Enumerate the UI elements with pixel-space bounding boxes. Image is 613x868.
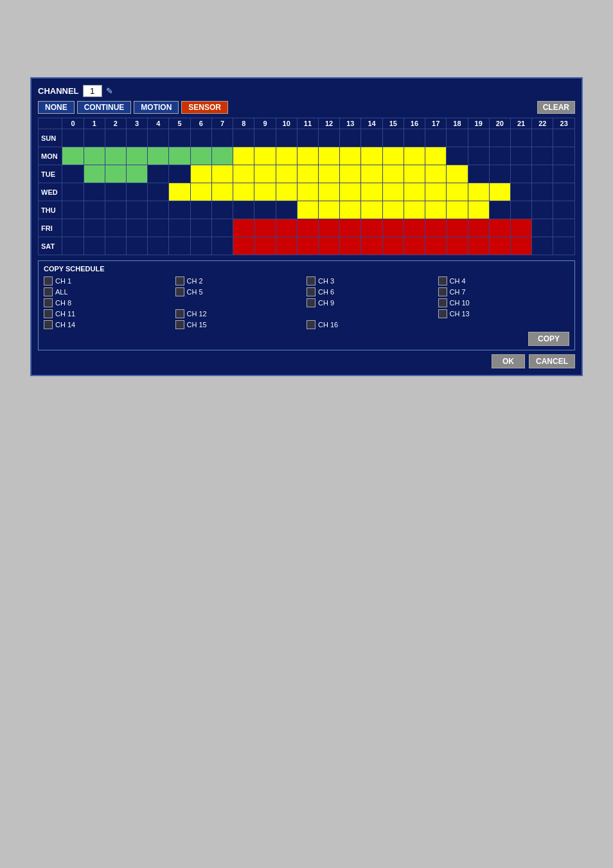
cell-wed-13[interactable]: [340, 183, 361, 201]
cell-tue-7[interactable]: [211, 165, 233, 183]
cell-sun-16[interactable]: [404, 129, 425, 147]
cell-wed-2[interactable]: [105, 183, 126, 201]
cell-wed-12[interactable]: [319, 183, 340, 201]
copy-item-ch11[interactable]: CH 11: [44, 309, 175, 318]
cell-thu-18[interactable]: [447, 201, 468, 219]
copy-item-ch5[interactable]: CH 5: [175, 287, 307, 296]
cell-tue-17[interactable]: [425, 165, 447, 183]
cell-thu-13[interactable]: [340, 201, 361, 219]
cell-fri-19[interactable]: [468, 219, 489, 237]
cell-sat-1[interactable]: [84, 237, 105, 255]
cell-sat-21[interactable]: [510, 237, 531, 255]
cell-wed-10[interactable]: [276, 183, 297, 201]
cell-sat-13[interactable]: [340, 237, 361, 255]
copy-item-ch15[interactable]: CH 15: [175, 320, 307, 329]
cell-wed-5[interactable]: [169, 183, 190, 201]
cell-sun-22[interactable]: [532, 129, 553, 147]
cell-tue-9[interactable]: [254, 165, 276, 183]
cell-thu-1[interactable]: [84, 201, 105, 219]
cell-thu-7[interactable]: [211, 201, 233, 219]
cell-sun-15[interactable]: [382, 129, 404, 147]
copy-item-ch9[interactable]: CH 9: [306, 298, 438, 307]
cell-thu-19[interactable]: [468, 201, 489, 219]
cell-mon-3[interactable]: [127, 147, 148, 165]
cell-mon-6[interactable]: [190, 147, 211, 165]
cell-mon-21[interactable]: [510, 147, 531, 165]
clear-button[interactable]: CLEAR: [537, 101, 575, 114]
sensor-button[interactable]: SENSOR: [181, 101, 228, 114]
cell-thu-0[interactable]: [62, 201, 84, 219]
cell-tue-11[interactable]: [297, 165, 318, 183]
cell-wed-17[interactable]: [425, 183, 447, 201]
cell-mon-0[interactable]: [62, 147, 84, 165]
copy-button[interactable]: COPY: [528, 332, 569, 346]
cell-fri-21[interactable]: [510, 219, 531, 237]
cell-mon-11[interactable]: [297, 147, 318, 165]
cell-sun-10[interactable]: [276, 129, 297, 147]
copy-checkbox-ch1[interactable]: [44, 276, 53, 285]
cell-mon-7[interactable]: [211, 147, 233, 165]
cell-sun-9[interactable]: [254, 129, 276, 147]
cell-fri-23[interactable]: [553, 219, 575, 237]
copy-checkbox-ch15[interactable]: [175, 320, 184, 329]
cell-fri-17[interactable]: [425, 219, 447, 237]
cell-sun-11[interactable]: [297, 129, 318, 147]
cell-wed-3[interactable]: [127, 183, 148, 201]
copy-item-ch13[interactable]: CH 13: [438, 309, 570, 318]
cell-mon-4[interactable]: [148, 147, 169, 165]
copy-checkbox-all[interactable]: [44, 287, 53, 296]
cell-tue-23[interactable]: [553, 165, 575, 183]
cell-wed-20[interactable]: [489, 183, 510, 201]
cell-tue-16[interactable]: [404, 165, 425, 183]
cell-mon-14[interactable]: [361, 147, 382, 165]
cell-fri-10[interactable]: [276, 219, 297, 237]
cell-sun-14[interactable]: [361, 129, 382, 147]
cell-sat-11[interactable]: [297, 237, 318, 255]
cell-mon-9[interactable]: [254, 147, 276, 165]
copy-checkbox-ch3[interactable]: [306, 276, 315, 285]
cell-wed-9[interactable]: [254, 183, 276, 201]
cell-mon-1[interactable]: [84, 147, 105, 165]
cell-mon-18[interactable]: [447, 147, 468, 165]
copy-item-ch10[interactable]: CH 10: [438, 298, 570, 307]
cell-sat-5[interactable]: [169, 237, 190, 255]
motion-button[interactable]: MOTION: [134, 101, 179, 114]
cell-thu-10[interactable]: [276, 201, 297, 219]
continue-button[interactable]: CONTINUE: [77, 101, 132, 114]
cell-thu-12[interactable]: [319, 201, 340, 219]
copy-item-ch8[interactable]: CH 8: [44, 298, 175, 307]
cell-tue-2[interactable]: [105, 165, 126, 183]
cell-sun-6[interactable]: [190, 129, 211, 147]
cell-thu-15[interactable]: [382, 201, 404, 219]
cell-fri-20[interactable]: [489, 219, 510, 237]
copy-checkbox-ch10[interactable]: [438, 298, 447, 307]
cell-mon-20[interactable]: [489, 147, 510, 165]
cell-sun-1[interactable]: [84, 129, 105, 147]
cell-thu-2[interactable]: [105, 201, 126, 219]
cell-fri-11[interactable]: [297, 219, 318, 237]
cell-fri-18[interactable]: [447, 219, 468, 237]
cell-tue-15[interactable]: [382, 165, 404, 183]
cell-sun-17[interactable]: [425, 129, 447, 147]
cell-thu-4[interactable]: [148, 201, 169, 219]
ok-button[interactable]: OK: [492, 354, 525, 368]
cell-sat-2[interactable]: [105, 237, 126, 255]
cell-tue-18[interactable]: [447, 165, 468, 183]
cell-fri-3[interactable]: [127, 219, 148, 237]
cell-fri-1[interactable]: [84, 219, 105, 237]
cell-sat-9[interactable]: [254, 237, 276, 255]
cell-fri-13[interactable]: [340, 219, 361, 237]
cell-sat-8[interactable]: [233, 237, 254, 255]
cell-fri-0[interactable]: [62, 219, 84, 237]
copy-checkbox-ch6[interactable]: [306, 287, 315, 296]
cell-wed-22[interactable]: [532, 183, 553, 201]
cell-mon-15[interactable]: [382, 147, 404, 165]
cell-wed-14[interactable]: [361, 183, 382, 201]
cell-fri-9[interactable]: [254, 219, 276, 237]
cell-thu-20[interactable]: [489, 201, 510, 219]
cell-tue-6[interactable]: [190, 165, 211, 183]
cell-thu-14[interactable]: [361, 201, 382, 219]
copy-checkbox-ch13[interactable]: [438, 309, 447, 318]
cell-sun-21[interactable]: [510, 129, 531, 147]
cell-tue-8[interactable]: [233, 165, 254, 183]
